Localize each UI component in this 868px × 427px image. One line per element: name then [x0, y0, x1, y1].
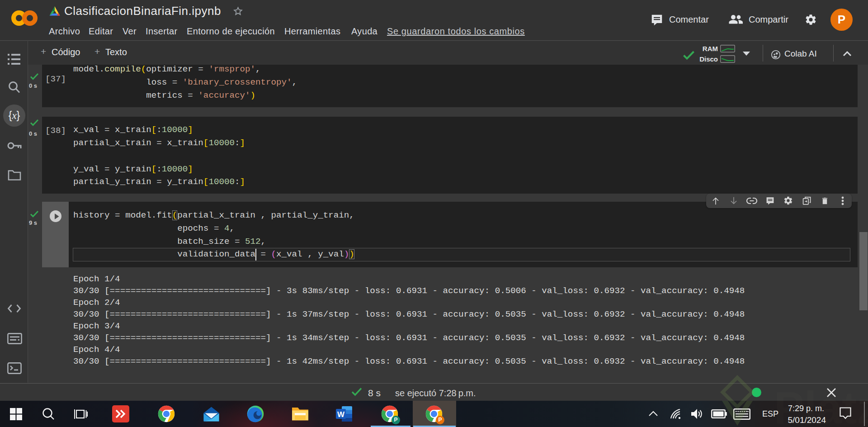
svg-text:W: W	[337, 410, 345, 419]
svg-text:Platzi: Platzi	[774, 382, 868, 427]
